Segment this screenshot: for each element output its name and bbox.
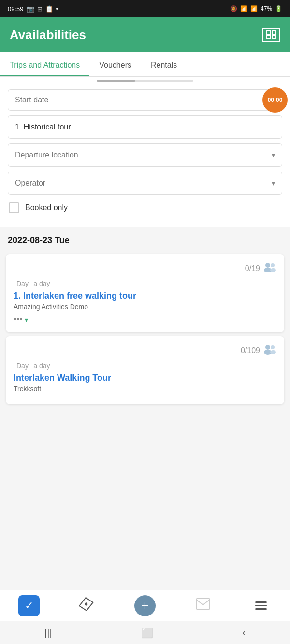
svg-point-12 <box>84 602 88 606</box>
bottom-nav: ✓ + <box>0 590 290 621</box>
capacity-value: 0/109 <box>241 346 260 355</box>
dot-icon: • <box>56 5 58 13</box>
svg-point-8 <box>265 345 270 350</box>
day-label: Day a day <box>14 361 276 370</box>
scroll-indicator <box>0 77 290 85</box>
android-home-button[interactable]: ⬜ <box>141 627 153 639</box>
nav-item-menu[interactable] <box>232 601 290 610</box>
tab-rentals[interactable]: Rentals <box>141 52 187 76</box>
tabs-container: Trips and Attractions Vouchers Rentals <box>0 52 290 77</box>
svg-rect-3 <box>272 35 276 39</box>
svg-point-5 <box>271 263 275 267</box>
filters-section: 00:00 1. Historical tour Departure locat… <box>0 85 290 227</box>
date-heading: 2022-08-23 Tue <box>8 235 70 245</box>
nav-item-check[interactable]: ✓ <box>0 595 58 616</box>
card-top-row: 0/109 <box>14 344 276 358</box>
android-back-button[interactable]: ‹ <box>242 627 246 638</box>
signal-icon: 📶 <box>250 5 258 12</box>
svg-rect-1 <box>272 31 276 34</box>
android-recent-button[interactable]: ||| <box>44 627 52 638</box>
app-header: Availabilities <box>0 17 290 52</box>
svg-point-11 <box>270 350 276 354</box>
operator-dropdown[interactable]: Operator ▾ <box>8 172 282 195</box>
date-section: 2022-08-23 Tue <box>0 227 290 250</box>
check-icon: ✓ <box>18 595 40 616</box>
nav-item-ticket[interactable] <box>58 597 116 614</box>
tour-operator: Amazing Activities Demo <box>14 303 276 311</box>
booked-only-row[interactable]: Booked only <box>8 200 282 216</box>
menu-icon <box>255 601 267 610</box>
start-date-row[interactable]: 00:00 <box>8 89 282 111</box>
mute-icon: 🔕 <box>230 5 237 12</box>
add-icon: + <box>134 595 156 616</box>
departure-chevron-icon: ▾ <box>272 151 275 159</box>
svg-rect-0 <box>266 31 270 34</box>
ticket-icon <box>76 594 98 616</box>
header-title: Availabilities <box>10 28 86 43</box>
card-top-row: 0/19 <box>14 262 276 275</box>
status-left: 09:59 📷 ⊞ 📋 • <box>8 5 58 13</box>
trip-card[interactable]: 0/109 Day a day Interlaken Walking Tour … <box>6 336 284 404</box>
wifi-icon: 📶 <box>240 5 247 12</box>
android-nav-bar: ||| ⬜ ‹ <box>0 621 290 644</box>
svg-point-7 <box>270 268 276 272</box>
booked-only-checkbox[interactable] <box>9 202 19 213</box>
nav-item-add[interactable]: + <box>116 595 174 616</box>
tab-trips-attractions[interactable]: Trips and Attractions <box>0 52 89 76</box>
operator-chevron-icon: ▾ <box>272 179 275 187</box>
expand-icon[interactable] <box>262 28 280 42</box>
status-right: 🔕 📶 📶 47% 🔋 <box>230 5 282 12</box>
camera-icon: 📷 <box>27 5 34 13</box>
tour-name-link[interactable]: 1. Interlaken free walking tour <box>14 291 276 301</box>
status-bar: 09:59 📷 ⊞ 📋 • 🔕 📶 📶 47% 🔋 <box>0 0 290 17</box>
departure-location-dropdown[interactable]: Departure location ▾ <box>8 143 282 167</box>
tour-operator: Trekksoft <box>14 385 276 393</box>
svg-rect-2 <box>266 35 270 39</box>
mail-icon <box>195 598 211 614</box>
timer-badge: 00:00 <box>262 87 288 113</box>
scroll-thumb <box>97 80 135 82</box>
status-time: 09:59 <box>8 5 24 13</box>
battery-icon: 🔋 <box>275 5 282 12</box>
people-icon <box>263 262 276 275</box>
nav-item-mail[interactable] <box>174 598 232 614</box>
tour-name-link[interactable]: Interlaken Walking Tour <box>14 373 276 383</box>
capacity-badge: 0/19 <box>245 262 276 275</box>
notification-icon: 📋 <box>45 5 53 13</box>
trip-cards-list: 0/19 Day a day 1. Interlaken free walkin… <box>0 254 290 466</box>
tab-vouchers[interactable]: Vouchers <box>89 52 141 76</box>
trip-card[interactable]: 0/19 Day a day 1. Interlaken free walkin… <box>6 254 284 332</box>
start-date-input[interactable] <box>15 96 275 104</box>
capacity-badge: 0/109 <box>241 344 276 358</box>
more-options-arrow-icon: ▾ <box>25 316 28 324</box>
people-icon <box>263 344 276 358</box>
svg-rect-13 <box>196 599 210 609</box>
tour-name-field[interactable]: 1. Historical tour <box>8 115 282 139</box>
svg-point-9 <box>271 345 275 349</box>
capacity-value: 0/19 <box>245 264 260 273</box>
battery-percent: 47% <box>261 5 272 12</box>
day-label: Day a day <box>14 279 276 288</box>
svg-point-4 <box>265 263 270 268</box>
scroll-track <box>97 80 193 82</box>
grid-icon: ⊞ <box>37 5 43 13</box>
more-options-button[interactable]: ••• ▾ <box>14 315 276 325</box>
booked-only-label: Booked only <box>25 203 68 212</box>
